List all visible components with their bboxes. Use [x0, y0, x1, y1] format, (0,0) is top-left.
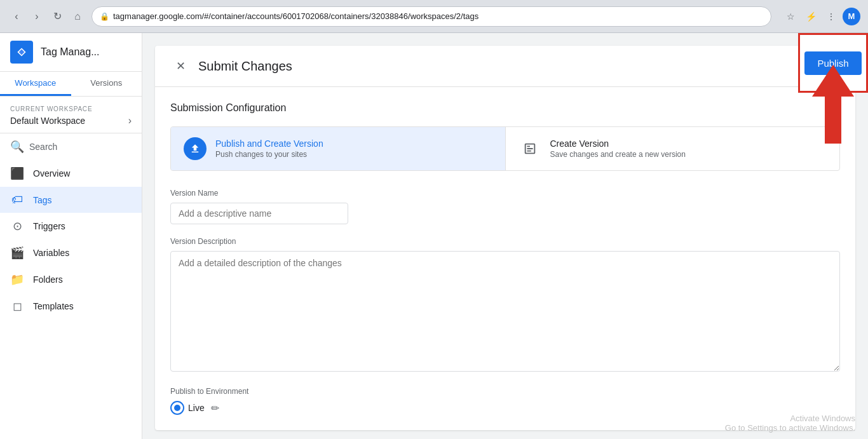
sidebar-item-variables[interactable]: 🎬 Variables [0, 240, 142, 266]
dialog-body: Submission Configuration Publish and Cre… [155, 87, 855, 430]
version-option-desc: Save changes and create a new version [550, 150, 686, 159]
sidebar-title: Tag Manag... [41, 46, 100, 58]
variables-label: Variables [33, 248, 69, 258]
publish-option-desc: Push changes to your sites [215, 150, 323, 159]
live-badge: Live [170, 401, 205, 415]
live-icon [170, 401, 184, 415]
dialog-close-button[interactable]: ✕ [170, 56, 191, 76]
workspace-label: CURRENT WORKSPACE [10, 105, 132, 112]
publish-env-label: Publish to Environment [170, 387, 840, 396]
tab-versions[interactable]: Versions [71, 72, 142, 96]
version-option-text: Create Version Save changes and create a… [550, 138, 686, 159]
sidebar-header: Tag Manag... [0, 33, 142, 72]
tags-label: Tags [33, 195, 52, 205]
version-desc-textarea[interactable] [170, 251, 840, 372]
dialog-title: Submit Changes [198, 59, 292, 74]
sidebar-item-templates[interactable]: ◻ Templates [0, 293, 142, 320]
sidebar-tabs: Workspace Versions [0, 72, 142, 97]
templates-label: Templates [33, 301, 74, 311]
version-name-input[interactable] [170, 203, 348, 224]
env-row: Live ✏ [170, 401, 840, 415]
browser-chrome: ‹ › ↻ ⌂ 🔒 tagmanager.google.com/#/contai… [0, 0, 868, 33]
overview-icon: ⬛ [10, 166, 24, 180]
sidebar-item-tags[interactable]: 🏷 Tags [0, 187, 142, 213]
folders-icon: 📁 [10, 273, 24, 287]
toolbar-icons: ☆ ⚡ ⋮ M [782, 8, 860, 25]
sidebar-item-folders[interactable]: 📁 Folders [0, 266, 142, 293]
bookmark-button[interactable]: ☆ [782, 8, 799, 25]
version-icon [519, 137, 541, 160]
config-options: Publish and Create Version Push changes … [170, 126, 840, 171]
dialog-header: ✕ Submit Changes [155, 46, 855, 87]
refresh-button[interactable]: ↻ [48, 8, 66, 25]
overview-label: Overview [33, 168, 70, 179]
publish-option-text: Publish and Create Version Push changes … [215, 138, 323, 159]
dialog-container: ✕ Submit Changes Submission Configuratio… [155, 46, 855, 430]
search-icon: 🔍 [10, 140, 24, 154]
version-desc-label: Version Description [170, 237, 840, 246]
gtm-logo [10, 41, 33, 64]
publish-create-option[interactable]: Publish and Create Version Push changes … [171, 127, 506, 170]
arrow-head [812, 65, 854, 97]
back-button[interactable]: ‹ [8, 8, 25, 25]
templates-icon: ◻ [10, 299, 24, 313]
url-text: tagmanager.google.com/#/container/accoun… [113, 11, 478, 21]
workspace-chevron-icon[interactable]: › [128, 115, 132, 126]
triggers-icon: ⊙ [10, 219, 24, 233]
app-container: Tag Manag... Workspace Versions CURRENT … [0, 33, 868, 439]
triggers-label: Triggers [33, 221, 65, 231]
profile-button[interactable]: M [843, 8, 860, 25]
home-button[interactable]: ⌂ [69, 8, 86, 25]
sidebar-item-overview[interactable]: ⬛ Overview [0, 160, 142, 187]
search-section[interactable]: 🔍 Search [0, 133, 142, 160]
workspace-name: Default Workspace [10, 116, 85, 126]
folders-label: Folders [33, 274, 63, 285]
sidebar-item-triggers[interactable]: ⊙ Triggers [0, 213, 142, 240]
tab-workspace[interactable]: Workspace [0, 72, 71, 96]
workspace-section: CURRENT WORKSPACE Default Workspace › [0, 97, 142, 133]
search-label: Search [29, 142, 57, 152]
extensions-button[interactable]: ⚡ [802, 8, 820, 25]
variables-icon: 🎬 [10, 246, 24, 260]
edit-env-icon[interactable]: ✏ [211, 402, 219, 414]
version-name-label: Version Name [170, 189, 840, 198]
version-option-title: Create Version [550, 138, 686, 149]
arrow-shaft [825, 93, 841, 144]
tags-icon: 🏷 [10, 193, 24, 206]
forward-button[interactable]: › [28, 8, 46, 25]
live-text: Live [188, 403, 205, 413]
workspace-name-row: Default Workspace › [10, 115, 132, 126]
submission-config-title: Submission Configuration [170, 102, 840, 114]
publish-option-title: Publish and Create Version [215, 138, 323, 149]
main-content: ✕ Submit Changes Submission Configuratio… [142, 33, 868, 439]
live-inner [174, 405, 180, 411]
publish-icon [184, 137, 207, 160]
publish-env-section: Publish to Environment Live ✏ [170, 387, 840, 415]
nav-items: ⬛ Overview 🏷 Tags ⊙ Triggers 🎬 Variables… [0, 160, 142, 439]
nav-buttons: ‹ › ↻ ⌂ [8, 8, 86, 25]
lock-icon: 🔒 [100, 12, 109, 21]
sidebar: Tag Manag... Workspace Versions CURRENT … [0, 33, 142, 439]
more-button[interactable]: ⋮ [822, 8, 840, 25]
create-version-option[interactable]: Create Version Save changes and create a… [506, 127, 840, 170]
address-bar[interactable]: 🔒 tagmanager.google.com/#/container/acco… [92, 6, 771, 27]
